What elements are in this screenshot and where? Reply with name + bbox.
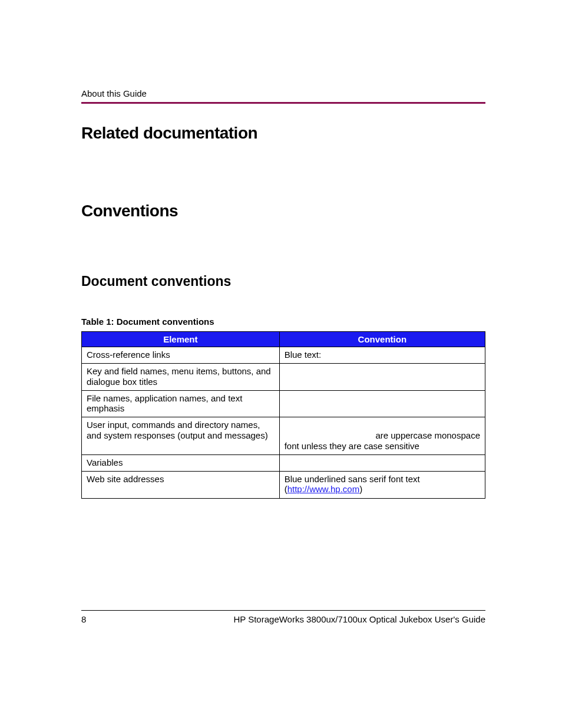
cell-convention — [279, 454, 485, 471]
cell-convention: Blue text: — [279, 347, 485, 364]
header-divider — [81, 102, 485, 104]
footer-divider — [81, 610, 485, 611]
page-footer: 8 HP StorageWorks 3800ux/7100ux Optical … — [81, 610, 485, 624]
heading-related-documentation: Related documentation — [81, 124, 485, 143]
col-header-convention: Convention — [279, 332, 485, 347]
cell-convention: are uppercase monospace font unless they… — [279, 417, 485, 455]
page-number: 8 — [81, 614, 86, 624]
convention-line1: are uppercase monospace — [285, 430, 480, 440]
table-caption: Table 1: Document conventions — [81, 317, 485, 327]
cell-element: Web site addresses — [82, 472, 280, 499]
cell-element: Key and field names, menu items, buttons… — [82, 364, 280, 391]
table-header-row: Element Convention — [82, 332, 485, 347]
table-row: Web site addresses Blue underlined sans … — [82, 472, 485, 499]
cell-element: File names, application names, and text … — [82, 390, 280, 417]
cell-convention — [279, 364, 485, 391]
cell-convention — [279, 390, 485, 417]
cell-convention: Blue underlined sans serif font text (ht… — [279, 472, 485, 499]
heading-conventions: Conventions — [81, 202, 485, 220]
conventions-table: Element Convention Cross-reference links… — [81, 331, 485, 499]
cell-element: Cross-reference links — [82, 347, 280, 364]
col-header-element: Element — [82, 332, 280, 347]
table-row: User input, commands and directory names… — [82, 417, 485, 455]
table-row: Cross-reference links Blue text: — [82, 347, 485, 364]
footer-doc-title: HP StorageWorks 3800ux/7100ux Optical Ju… — [233, 614, 485, 624]
web-link[interactable]: http://www.hp.com — [287, 484, 360, 494]
cell-element: User input, commands and directory names… — [82, 417, 280, 455]
table-row: Variables — [82, 454, 485, 471]
convention-suffix: ) — [359, 484, 362, 494]
heading-document-conventions: Document conventions — [81, 274, 485, 289]
cell-element: Variables — [82, 454, 280, 471]
table-row: File names, application names, and text … — [82, 390, 485, 417]
document-page: About this Guide Related documentation C… — [0, 0, 562, 728]
convention-line2: font unless they are case sensitive — [285, 441, 419, 451]
running-header: About this Guide — [81, 88, 485, 98]
table-row: Key and field names, menu items, buttons… — [82, 364, 485, 391]
